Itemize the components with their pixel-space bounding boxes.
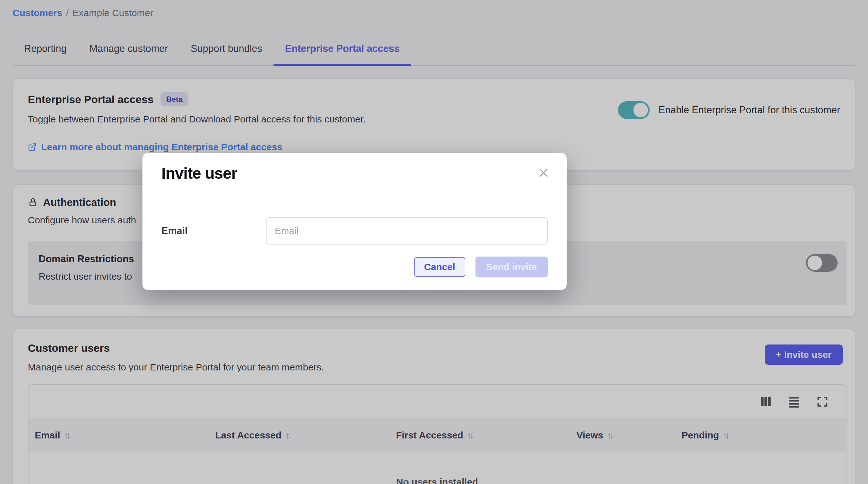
cancel-button[interactable]: Cancel <box>414 257 465 277</box>
send-invite-button[interactable]: Send invite <box>475 257 548 278</box>
enterprise-portal-page: Customers / Example Customer Reporting M… <box>0 0 868 484</box>
modal-actions: Cancel Send invite <box>414 257 548 278</box>
email-input[interactable] <box>266 217 548 245</box>
email-field-label: Email <box>161 225 266 237</box>
invite-user-modal: Invite user Email Cancel Send invite <box>143 153 567 290</box>
email-field-row: Email <box>161 217 548 245</box>
close-icon[interactable] <box>537 167 550 179</box>
modal-title: Invite user <box>161 164 237 183</box>
